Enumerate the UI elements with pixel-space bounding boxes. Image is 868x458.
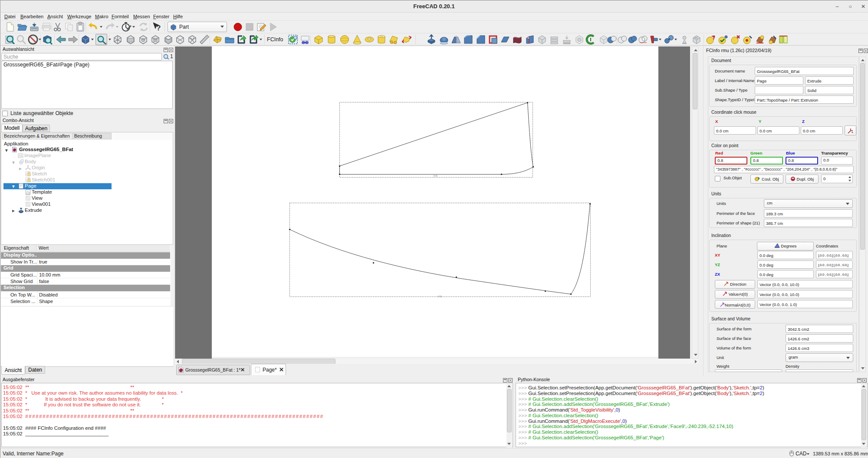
svg-text:VFB: VFB bbox=[437, 295, 442, 298]
svg-text:VFB: VFB bbox=[433, 175, 437, 177]
svg-text:?: ? bbox=[156, 24, 161, 32]
